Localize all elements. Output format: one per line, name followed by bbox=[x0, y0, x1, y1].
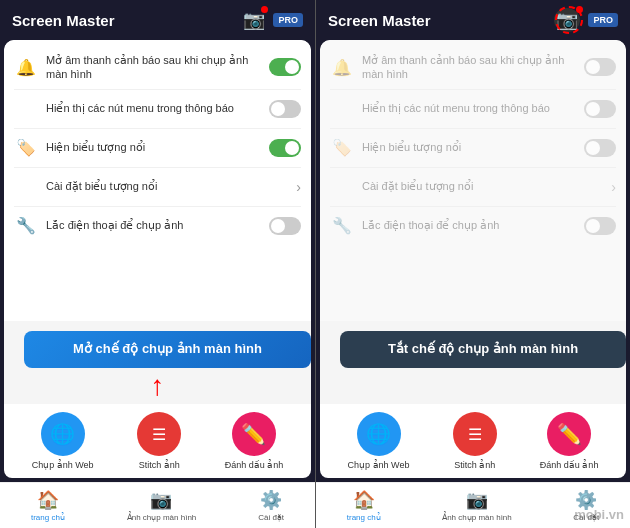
r-mark-icon-circle: ✏️ bbox=[547, 412, 591, 456]
shake-icon-5: 🔧 bbox=[14, 214, 38, 238]
r-setting-item-1: 🔔 Mở âm thanh cảnh báo sau khi chụp ảnh … bbox=[330, 46, 616, 90]
left-panel: Screen Master 📷 PRO 🔔 Mở âm thanh cảnh b… bbox=[0, 0, 315, 528]
right-nav-home[interactable]: 🏠 trang chủ bbox=[347, 489, 381, 522]
stitch-icon-circle: ☰ bbox=[137, 412, 181, 456]
r-tag-icon-3: 🏷️ bbox=[330, 136, 354, 160]
stitch-label: Stitch ảnh bbox=[139, 460, 180, 470]
web-icon-circle: 🌐 bbox=[41, 412, 85, 456]
home-label: trang chủ bbox=[31, 513, 65, 522]
r-setting-item-3: 🏷️ Hiện biểu tượng nổi bbox=[330, 129, 616, 168]
r-setting-text-2: Hiển thị các nút menu trong thông báo bbox=[362, 101, 576, 115]
setting-text-3: Hiện biểu tượng nổi bbox=[46, 140, 261, 154]
setting-text-5: Lắc điện thoại để chụp ảnh bbox=[46, 218, 261, 232]
r-icon-2 bbox=[330, 97, 354, 121]
screenshot-label: Ảnh chụp màn hình bbox=[127, 513, 197, 522]
setting-item-2: Hiển thị các nút menu trong thông báo bbox=[14, 90, 301, 129]
left-capture-button[interactable]: Mở chế độ chụp ảnh màn hình bbox=[24, 331, 311, 368]
web-label: Chụp ảnh Web bbox=[32, 460, 94, 470]
r-shake-icon-5: 🔧 bbox=[330, 214, 354, 238]
r-web-label: Chụp ảnh Web bbox=[348, 460, 410, 470]
left-camera-icon: 📷 bbox=[243, 10, 265, 30]
right-camera-icon-wrap: 📷 bbox=[554, 9, 580, 31]
bell-icon-1: 🔔 bbox=[14, 55, 38, 79]
setting-item-1: 🔔 Mở âm thanh cảnh báo sau khi chụp ảnh … bbox=[14, 46, 301, 90]
right-panel: Screen Master 📷 PRO 🔔 Mở âm thanh cảnh b… bbox=[315, 0, 630, 528]
r-toggle-3 bbox=[584, 139, 616, 157]
r-home-label: trang chủ bbox=[347, 513, 381, 522]
left-header-right: 📷 PRO bbox=[243, 9, 303, 31]
toggle-1[interactable] bbox=[269, 58, 301, 76]
r-setting-text-1: Mở âm thanh cảnh báo sau khi chụp ảnh mà… bbox=[362, 53, 576, 82]
home-icon: 🏠 bbox=[37, 489, 59, 511]
r-setting-item-2: Hiển thị các nút menu trong thông báo bbox=[330, 90, 616, 129]
tag-icon-3: 🏷️ bbox=[14, 136, 38, 160]
setting-item-5: 🔧 Lắc điện thoại để chụp ảnh bbox=[14, 207, 301, 245]
right-nav-screenshot[interactable]: 📷 Ảnh chụp màn hình bbox=[442, 489, 512, 522]
right-stitch[interactable]: ☰ Stitch ảnh bbox=[453, 412, 497, 470]
r-stitch-icon-circle: ☰ bbox=[453, 412, 497, 456]
left-stitch[interactable]: ☰ Stitch ảnh bbox=[137, 412, 181, 470]
left-nav-screenshot[interactable]: 📷 Ảnh chụp màn hình bbox=[127, 489, 197, 522]
left-web-capture[interactable]: 🌐 Chụp ảnh Web bbox=[32, 412, 94, 470]
r-setting-item-4: Cài đặt biểu tượng nổi › bbox=[330, 168, 616, 207]
left-mark[interactable]: ✏️ Đánh dấu ảnh bbox=[225, 412, 284, 470]
setting-item-3: 🏷️ Hiện biểu tượng nổi bbox=[14, 129, 301, 168]
right-settings-list: 🔔 Mở âm thanh cảnh báo sau khi chụp ảnh … bbox=[320, 40, 626, 321]
r-bell-icon-1: 🔔 bbox=[330, 55, 354, 79]
r-icon-4 bbox=[330, 175, 354, 199]
mobi-watermark: mobi.vn bbox=[574, 507, 624, 522]
setting-item-4: Cài đặt biểu tượng nổi › bbox=[14, 168, 301, 207]
red-arrow-up: ↑ bbox=[151, 372, 165, 400]
r-screenshot-label: Ảnh chụp màn hình bbox=[442, 513, 512, 522]
right-pro-badge: PRO bbox=[588, 13, 618, 27]
toggle-3[interactable] bbox=[269, 139, 301, 157]
right-header: Screen Master 📷 PRO bbox=[316, 0, 630, 40]
r-screenshot-icon: 📷 bbox=[466, 489, 488, 511]
toggle-5[interactable] bbox=[269, 217, 301, 235]
left-notification-dot bbox=[261, 6, 268, 13]
right-web-capture[interactable]: 🌐 Chụp ảnh Web bbox=[348, 412, 410, 470]
left-pro-badge: PRO bbox=[273, 13, 303, 27]
left-bottom-icons: 🌐 Chụp ảnh Web ☰ Stitch ảnh ✏️ Đánh dấu … bbox=[4, 404, 311, 478]
setting-text-4: Cài đặt biểu tượng nổi bbox=[46, 179, 288, 193]
left-app-title: Screen Master bbox=[12, 12, 115, 29]
icon-2 bbox=[14, 97, 38, 121]
r-chevron-4: › bbox=[611, 179, 616, 195]
r-toggle-2 bbox=[584, 100, 616, 118]
left-bottom-nav: 🏠 trang chủ 📷 Ảnh chụp màn hình ⚙️ Cài đ… bbox=[0, 482, 315, 528]
settings-icon: ⚙️ bbox=[260, 489, 282, 511]
r-setting-text-4: Cài đặt biểu tượng nổi bbox=[362, 179, 603, 193]
r-setting-text-3: Hiện biểu tượng nổi bbox=[362, 140, 576, 154]
left-nav-settings[interactable]: ⚙️ Cài đặt bbox=[258, 489, 284, 522]
screenshot-icon: 📷 bbox=[150, 489, 172, 511]
left-content: 🔔 Mở âm thanh cảnh báo sau khi chụp ảnh … bbox=[4, 40, 311, 404]
right-bottom-icons: 🌐 Chụp ảnh Web ☰ Stitch ảnh ✏️ Đánh dấu … bbox=[320, 404, 626, 478]
right-content: 🔔 Mở âm thanh cảnh báo sau khi chụp ảnh … bbox=[320, 40, 626, 404]
left-header: Screen Master 📷 PRO bbox=[0, 0, 315, 40]
icon-4 bbox=[14, 175, 38, 199]
r-setting-item-5: 🔧 Lắc điện thoại để chụp ảnh bbox=[330, 207, 616, 245]
camera-dashed-highlight bbox=[555, 6, 583, 34]
left-settings-list: 🔔 Mở âm thanh cảnh báo sau khi chụp ảnh … bbox=[4, 40, 311, 321]
mark-label: Đánh dấu ảnh bbox=[225, 460, 284, 470]
left-nav-home[interactable]: 🏠 trang chủ bbox=[31, 489, 65, 522]
r-setting-text-5: Lắc điện thoại để chụp ảnh bbox=[362, 218, 576, 232]
r-stitch-label: Stitch ảnh bbox=[454, 460, 495, 470]
settings-label: Cài đặt bbox=[258, 513, 284, 522]
setting-text-1: Mở âm thanh cảnh báo sau khi chụp ảnh mà… bbox=[46, 53, 261, 82]
chevron-4: › bbox=[296, 179, 301, 195]
r-home-icon: 🏠 bbox=[353, 489, 375, 511]
r-mark-label: Đánh dấu ảnh bbox=[540, 460, 599, 470]
toggle-2[interactable] bbox=[269, 100, 301, 118]
r-web-icon-circle: 🌐 bbox=[357, 412, 401, 456]
mark-icon-circle: ✏️ bbox=[232, 412, 276, 456]
right-capture-button[interactable]: Tắt chế độ chụp ảnh màn hình bbox=[340, 331, 626, 368]
setting-text-2: Hiển thị các nút menu trong thông báo bbox=[46, 101, 261, 115]
right-app-title: Screen Master bbox=[328, 12, 431, 29]
r-toggle-5 bbox=[584, 217, 616, 235]
right-mark[interactable]: ✏️ Đánh dấu ảnh bbox=[540, 412, 599, 470]
r-toggle-1 bbox=[584, 58, 616, 76]
left-camera-icon-wrap: 📷 bbox=[243, 9, 265, 31]
right-header-right: 📷 PRO bbox=[554, 9, 618, 31]
